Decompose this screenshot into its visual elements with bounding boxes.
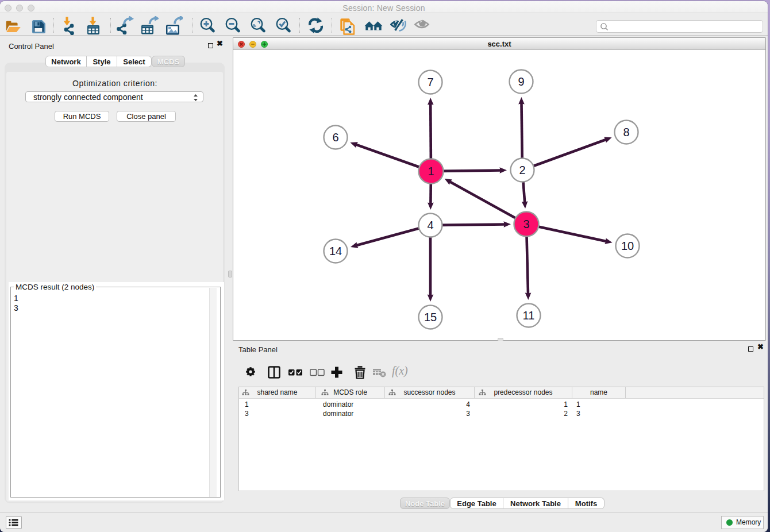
svg-text:1: 1 xyxy=(428,165,434,178)
svg-text:14: 14 xyxy=(329,245,342,257)
svg-text:2: 2 xyxy=(519,164,525,176)
svg-text:6: 6 xyxy=(332,131,338,144)
svg-text:9: 9 xyxy=(518,75,524,88)
svg-text:11: 11 xyxy=(523,309,535,322)
svg-text:10: 10 xyxy=(621,240,634,252)
svg-text:7: 7 xyxy=(427,76,433,88)
svg-text:8: 8 xyxy=(623,126,629,138)
svg-text:15: 15 xyxy=(424,311,437,323)
svg-text:4: 4 xyxy=(427,219,433,232)
svg-text:3: 3 xyxy=(523,218,529,230)
